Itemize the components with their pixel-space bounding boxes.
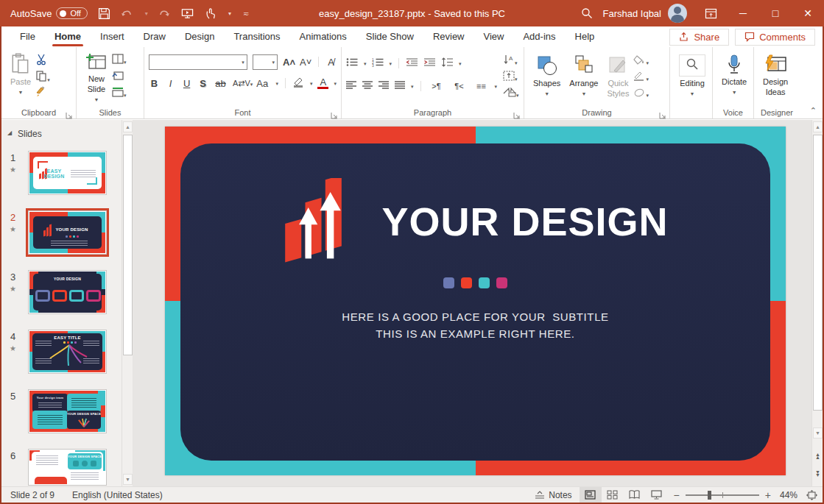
bold-button[interactable]: B	[149, 78, 160, 89]
slide-canvas[interactable]: YOUR DESIGN HERE IS A GOOD PLACE FOR YOU…	[165, 127, 786, 475]
undo-dropdown-icon[interactable]: ▾	[145, 10, 148, 17]
clear-formatting-button[interactable]: A̸	[325, 57, 337, 68]
normal-view-button[interactable]	[580, 487, 602, 503]
reset-slide-icon[interactable]	[112, 71, 127, 84]
highlight-color-button[interactable]	[292, 77, 305, 90]
drawing-dialog-launcher-icon[interactable]	[659, 109, 666, 116]
quick-styles-button[interactable]: Quick Styles	[602, 52, 633, 102]
paste-button[interactable]: Paste ▼	[6, 52, 35, 98]
shape-effects-icon[interactable]: ▾	[633, 87, 649, 100]
design-ideas-button[interactable]: Design Ideas	[758, 52, 792, 101]
scroll-down-icon[interactable]: ▼	[123, 474, 133, 485]
slide-layout-icon[interactable]: ▾	[112, 54, 127, 67]
shrink-font-button[interactable]: A˅	[300, 57, 311, 68]
numbering-button[interactable]: 123	[372, 57, 384, 70]
start-from-beginning-icon[interactable]	[181, 7, 194, 20]
zoom-in-button[interactable]: +	[765, 489, 771, 501]
underline-button[interactable]: U	[181, 78, 192, 89]
align-center-button[interactable]	[362, 79, 373, 93]
autosave-toggle[interactable]: AutoSave Off	[10, 7, 88, 19]
previous-slide-button[interactable]: ▲▲	[813, 450, 823, 463]
reading-view-button[interactable]	[624, 487, 646, 503]
strikethrough-button[interactable]: ab	[214, 78, 228, 89]
zoom-out-button[interactable]: −	[674, 489, 680, 501]
slide-thumbnail-1[interactable]: 1 ★ EASYDESIGN	[1, 151, 122, 198]
share-button[interactable]: Share	[669, 29, 729, 46]
ltr-direction-button[interactable]: >¶	[428, 82, 446, 90]
convert-smartart-button[interactable]: ▾	[503, 87, 519, 100]
section-icon[interactable]: ▾	[112, 87, 127, 100]
font-size-combo[interactable]: ▾	[253, 54, 278, 70]
slide-sorter-view-button[interactable]	[602, 487, 624, 503]
slide-title[interactable]: YOUR DESIGN	[381, 199, 668, 244]
shape-fill-icon[interactable]: ▾	[633, 54, 649, 68]
tab-design[interactable]: Design	[175, 27, 224, 46]
slide-show-view-button[interactable]	[646, 487, 668, 503]
zoom-slider[interactable]	[686, 494, 759, 496]
new-slide-button[interactable]: New Slide ▼	[81, 52, 112, 105]
change-case-button[interactable]: Aa	[254, 78, 271, 89]
arrange-button[interactable]: Arrange ▼	[565, 52, 602, 99]
search-icon[interactable]	[571, 0, 603, 26]
bullets-button[interactable]	[346, 57, 359, 70]
scroll-up-icon[interactable]: ▲	[813, 121, 823, 132]
shape-outline-icon[interactable]: ▾	[633, 71, 649, 84]
align-left-button[interactable]	[346, 79, 357, 93]
cut-icon[interactable]	[35, 54, 50, 68]
columns-button[interactable]: ≡≡	[473, 82, 490, 90]
character-spacing-button[interactable]: A⇄V▾	[233, 79, 249, 88]
close-button[interactable]: ✕	[792, 0, 824, 26]
tab-review[interactable]: Review	[423, 27, 474, 46]
avatar[interactable]	[668, 4, 687, 23]
font-name-combo[interactable]: ▾	[149, 54, 247, 70]
format-painter-icon[interactable]	[35, 85, 50, 100]
language-indicator[interactable]: English (United States)	[63, 490, 172, 500]
next-slide-button[interactable]: ▼▼	[813, 467, 823, 480]
tab-transitions[interactable]: Transitions	[224, 27, 289, 46]
copy-icon[interactable]: ▾	[35, 70, 50, 85]
tab-help[interactable]: Help	[566, 27, 605, 46]
minimize-button[interactable]: ─	[727, 0, 759, 26]
tab-insert[interactable]: Insert	[91, 27, 134, 46]
scroll-up-icon[interactable]: ▲	[123, 121, 133, 132]
clipboard-dialog-launcher-icon[interactable]	[66, 109, 73, 116]
save-icon[interactable]	[98, 7, 110, 20]
maximize-button[interactable]: □	[759, 0, 792, 26]
touch-mode-dropdown-icon[interactable]: ▾	[228, 10, 231, 17]
workspace-scrollbar[interactable]: ▲ ▼ ▲▲ ▼▼	[811, 120, 823, 486]
tab-file[interactable]: File	[10, 27, 45, 46]
align-right-button[interactable]	[378, 79, 390, 93]
scrollbar-thumb[interactable]	[123, 135, 133, 355]
customize-qat-icon[interactable]: ≂	[243, 10, 249, 18]
slide-thumbnail-5[interactable]: 5 Your design team YOUR DESIG	[1, 389, 122, 436]
rtl-direction-button[interactable]: ¶<	[451, 82, 468, 90]
increase-indent-button[interactable]	[423, 57, 436, 70]
redo-icon[interactable]	[158, 7, 171, 20]
line-spacing-button[interactable]	[441, 57, 454, 70]
tab-slide-show[interactable]: Slide Show	[356, 27, 423, 46]
scroll-down-icon[interactable]: ▼	[813, 427, 823, 439]
notes-button[interactable]: Notes	[527, 490, 579, 500]
ribbon-display-options-icon[interactable]	[694, 0, 727, 26]
slide-subtitle[interactable]: HERE IS A GOOD PLACE FOR YOUR SUBTITLETH…	[165, 308, 786, 343]
text-shadow-button[interactable]: S	[197, 78, 208, 89]
touch-mouse-mode-icon[interactable]	[204, 7, 216, 20]
italic-button[interactable]: I	[165, 78, 176, 89]
account-menu[interactable]: Farshad Iqbal	[603, 4, 688, 23]
slides-panel-header[interactable]: ◢Slides	[1, 120, 133, 142]
slide-indicator[interactable]: Slide 2 of 9	[1, 490, 63, 500]
justify-button[interactable]	[395, 79, 406, 93]
tab-view[interactable]: View	[474, 27, 514, 46]
editing-button[interactable]: Editing ▼	[675, 52, 710, 99]
zoom-slider-thumb[interactable]	[708, 491, 711, 500]
dictate-button[interactable]: Dictate ▼	[717, 52, 751, 98]
align-text-button[interactable]: ▾	[503, 71, 519, 84]
slide-thumbnail-3[interactable]: 3 ★ YOUR DESIGN	[1, 270, 122, 317]
tab-add-ins[interactable]: Add-ins	[513, 27, 565, 46]
slide-thumbnail-4[interactable]: 4 ★ EASY TITLE	[1, 330, 122, 377]
font-dialog-launcher-icon[interactable]	[331, 109, 338, 116]
tab-draw[interactable]: Draw	[134, 27, 175, 46]
thumbnails-scrollbar[interactable]: ▲ ▼	[122, 120, 133, 486]
tab-animations[interactable]: Animations	[290, 27, 356, 46]
grow-font-button[interactable]: A˄	[283, 57, 295, 68]
